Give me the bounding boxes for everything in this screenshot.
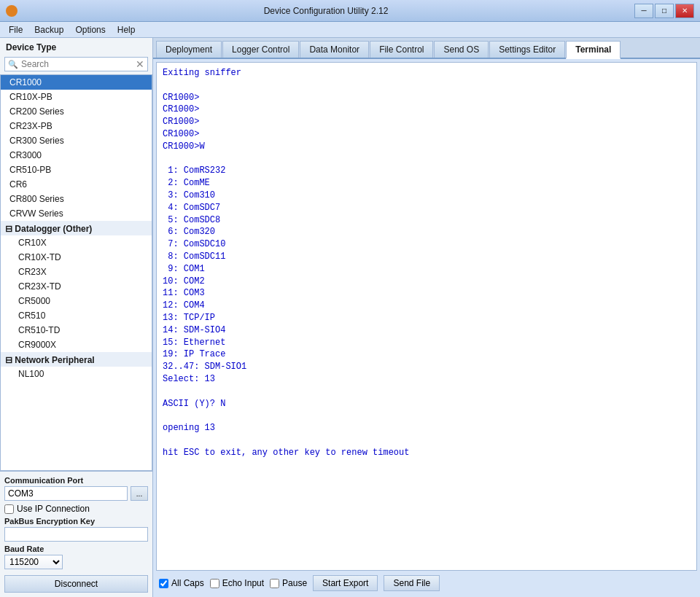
device-item[interactable]: CR510-TD	[1, 323, 152, 337]
all-caps-row: All Caps	[159, 578, 204, 588]
pakbus-label: PakBus Encryption Key	[4, 517, 148, 526]
menu-bar: FileBackupOptionsHelp	[0, 22, 700, 38]
terminal-container: Exiting sniffer CR1000> CR1000> CR1000> …	[153, 59, 700, 597]
search-icon: 🔍	[8, 60, 18, 69]
device-item[interactable]: CR23X-TD	[1, 279, 152, 294]
start-export-button[interactable]: Start Export	[313, 575, 378, 591]
tab-data-monitor[interactable]: Data Monitor	[300, 41, 369, 58]
maximize-button[interactable]: □	[655, 4, 674, 18]
device-item[interactable]: CR10X-PB	[1, 90, 152, 104]
device-item[interactable]: CR23X	[1, 265, 152, 279]
sidebar: Device Type 🔍 ✕ CR1000CR10X-PBCR200 Seri…	[0, 38, 153, 597]
tab-send-os[interactable]: Send OS	[434, 41, 489, 58]
main-layout: Device Type 🔍 ✕ CR1000CR10X-PBCR200 Seri…	[0, 38, 700, 597]
device-item[interactable]: CR9000X	[1, 337, 152, 352]
title-bar: Device Configuration Utility 2.12 ─ □ ✕	[0, 0, 700, 22]
menu-item-backup[interactable]: Backup	[28, 23, 69, 36]
all-caps-label: All Caps	[171, 578, 204, 588]
device-item[interactable]: CR23X-PB	[1, 119, 152, 133]
menu-item-file[interactable]: File	[3, 23, 28, 36]
terminal-output[interactable]: Exiting sniffer CR1000> CR1000> CR1000> …	[156, 62, 697, 571]
device-item[interactable]: CR510-PB	[1, 163, 152, 177]
device-item[interactable]: CR1000	[1, 75, 152, 90]
tab-logger-control[interactable]: Logger Control	[222, 41, 299, 58]
tab-settings-editor[interactable]: Settings Editor	[489, 41, 565, 58]
sidebar-bottom: Communication Port ... Use IP Connection…	[0, 471, 152, 597]
comm-port-input[interactable]	[4, 486, 128, 501]
right-panel: DeploymentLogger ControlData MonitorFile…	[153, 38, 700, 597]
comm-port-browse-button[interactable]: ...	[131, 486, 148, 501]
device-item[interactable]: NL100	[1, 367, 152, 381]
device-item[interactable]: CR10X-TD	[1, 250, 152, 265]
pause-checkbox[interactable]	[270, 579, 279, 588]
echo-input-row: Echo Input	[210, 578, 264, 588]
echo-input-checkbox[interactable]	[210, 579, 219, 588]
device-item[interactable]: CR3000	[1, 148, 152, 163]
pakbus-input[interactable]	[4, 527, 148, 542]
close-button[interactable]: ✕	[675, 4, 694, 18]
comm-port-label: Communication Port	[4, 476, 148, 485]
device-item[interactable]: CR300 Series	[1, 133, 152, 148]
comm-port-row: ...	[4, 486, 148, 501]
device-item[interactable]: CR800 Series	[1, 192, 152, 206]
send-file-button[interactable]: Send File	[384, 575, 440, 591]
tab-file-control[interactable]: File Control	[370, 41, 433, 58]
tab-deployment[interactable]: Deployment	[156, 41, 222, 58]
all-caps-checkbox[interactable]	[159, 579, 168, 588]
minimize-button[interactable]: ─	[634, 4, 653, 18]
pause-row: Pause	[270, 578, 307, 588]
menu-item-help[interactable]: Help	[112, 23, 141, 36]
search-box: 🔍 ✕	[4, 57, 148, 71]
use-ip-checkbox[interactable]	[4, 504, 14, 514]
device-item[interactable]: CRVW Series	[1, 206, 152, 221]
device-item[interactable]: CR510	[1, 308, 152, 323]
app-icon	[6, 5, 18, 17]
search-input[interactable]	[21, 59, 136, 69]
window-controls: ─ □ ✕	[634, 4, 694, 18]
baud-rate-row: 11520057600384001920096004800	[4, 555, 148, 569]
device-item[interactable]: CR10X	[1, 235, 152, 250]
echo-input-label: Echo Input	[222, 578, 264, 588]
tab-terminal[interactable]: Terminal	[566, 41, 621, 59]
use-ip-label: Use IP Connection	[17, 504, 90, 514]
menu-item-options[interactable]: Options	[69, 23, 111, 36]
title-bar-text: Device Configuration Utility 2.12	[18, 6, 634, 16]
device-list: CR1000CR10X-PBCR200 SeriesCR23X-PBCR300 …	[0, 74, 152, 471]
device-type-label: Device Type	[0, 38, 152, 55]
pause-label: Pause	[282, 578, 307, 588]
search-clear-icon[interactable]: ✕	[136, 59, 144, 69]
device-group[interactable]: ⊟ Network Peripheral	[1, 352, 152, 367]
device-item[interactable]: CR200 Series	[1, 104, 152, 119]
baud-rate-select[interactable]: 11520057600384001920096004800	[4, 555, 63, 569]
use-ip-row: Use IP Connection	[4, 504, 148, 514]
baud-rate-label: Baud Rate	[4, 545, 148, 553]
device-item[interactable]: CR5000	[1, 294, 152, 308]
terminal-footer: All Caps Echo Input Pause Start Export S…	[156, 571, 697, 594]
device-group[interactable]: ⊟ Datalogger (Other)	[1, 221, 152, 235]
tabs: DeploymentLogger ControlData MonitorFile…	[153, 38, 700, 59]
device-item[interactable]: CR6	[1, 177, 152, 192]
disconnect-button[interactable]: Disconnect	[4, 575, 148, 593]
